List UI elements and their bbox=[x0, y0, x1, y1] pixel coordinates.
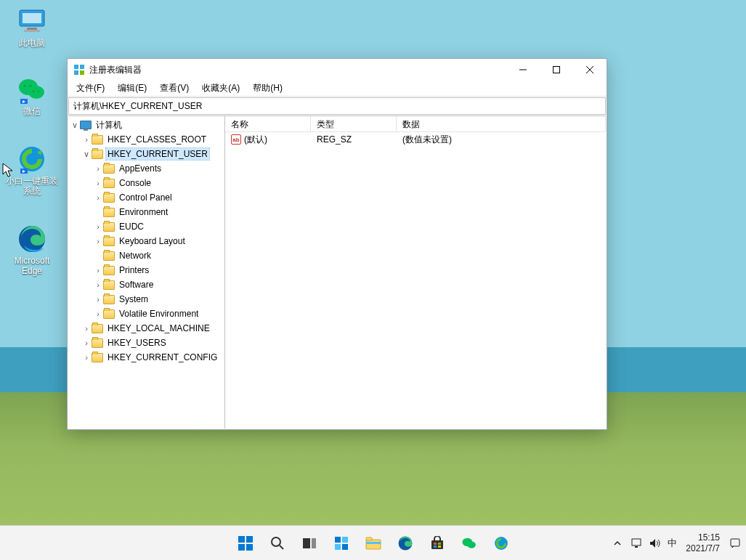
wechat-taskbar-button[interactable] bbox=[455, 529, 484, 558]
svg-line-27 bbox=[280, 545, 283, 549]
expander-icon[interactable]: › bbox=[93, 295, 103, 304]
tree-hkcu[interactable]: ∨HKEY_CURRENT_USER bbox=[68, 147, 224, 161]
menu-favorites[interactable]: 收藏夹(A) bbox=[196, 81, 246, 96]
minimize-button[interactable] bbox=[506, 59, 540, 81]
list-row[interactable]: ab(默认) REG_SZ (数值未设置) bbox=[225, 132, 606, 147]
desktop-icon-xiaobai[interactable]: 小白一键重装系统 bbox=[4, 144, 60, 197]
folder-icon bbox=[103, 264, 115, 276]
store-button[interactable] bbox=[423, 529, 452, 558]
menu-help[interactable]: 帮助(H) bbox=[247, 81, 288, 96]
tree-item[interactable]: ›Software bbox=[68, 277, 224, 292]
folder-icon bbox=[103, 308, 115, 320]
expander-icon[interactable]: ∨ bbox=[70, 121, 80, 130]
xiaobai-taskbar-button[interactable] bbox=[487, 529, 516, 558]
network-icon[interactable] bbox=[630, 537, 643, 550]
regedit-window: 注册表编辑器 文件(F) 编辑(E) 查看(V) 收藏夹(A) 帮助(H) 计算… bbox=[67, 58, 607, 430]
tree-label: Printers bbox=[118, 264, 150, 276]
xiaobai-icon bbox=[17, 144, 47, 174]
expander-icon[interactable]: › bbox=[81, 135, 92, 144]
svg-rect-19 bbox=[554, 67, 560, 73]
desktop-icon-edge[interactable]: Microsoft Edge bbox=[4, 224, 60, 277]
ime-indicator[interactable]: 中 bbox=[668, 537, 677, 550]
tree-item[interactable]: Environment bbox=[68, 205, 224, 219]
expander-icon[interactable]: ∨ bbox=[81, 150, 92, 159]
svg-rect-41 bbox=[434, 545, 437, 548]
value-type: REG_SZ bbox=[311, 134, 397, 145]
maximize-button[interactable] bbox=[540, 59, 573, 81]
svg-rect-3 bbox=[24, 30, 40, 32]
expander-icon[interactable]: › bbox=[93, 193, 103, 202]
menu-file[interactable]: 文件(F) bbox=[70, 81, 110, 96]
folder-icon bbox=[92, 322, 103, 334]
tree-hklm[interactable]: ›HKEY_LOCAL_MACHINE bbox=[68, 321, 224, 336]
tree-computer[interactable]: ∨计算机 bbox=[68, 118, 224, 132]
tree-label: EUDC bbox=[118, 221, 145, 232]
menu-edit[interactable]: 编辑(E) bbox=[112, 81, 153, 96]
svg-rect-14 bbox=[74, 65, 78, 69]
expander-icon[interactable]: › bbox=[81, 338, 92, 347]
menu-view[interactable]: 查看(V) bbox=[154, 81, 195, 96]
expander-icon[interactable]: › bbox=[93, 280, 103, 289]
expander-icon[interactable]: › bbox=[93, 266, 103, 275]
notifications-icon[interactable] bbox=[729, 537, 742, 550]
svg-rect-33 bbox=[342, 544, 348, 550]
expander-icon[interactable]: › bbox=[93, 309, 103, 318]
col-name[interactable]: 名称 bbox=[225, 116, 311, 131]
desktop-icon-wechat[interactable]: 微信 bbox=[4, 74, 60, 116]
svg-rect-34 bbox=[366, 540, 381, 549]
tree-item[interactable]: Network bbox=[68, 248, 224, 263]
close-button[interactable] bbox=[573, 59, 607, 81]
svg-rect-24 bbox=[238, 544, 245, 551]
folder-icon bbox=[103, 221, 115, 232]
tree-item[interactable]: ›EUDC bbox=[68, 219, 224, 234]
taskbar-center bbox=[231, 529, 516, 558]
tree-label: Network bbox=[118, 250, 153, 261]
col-type[interactable]: 类型 bbox=[311, 116, 397, 131]
expander-icon[interactable]: › bbox=[93, 222, 103, 231]
tree-hkcr[interactable]: ›HKEY_CLASSES_ROOT bbox=[68, 132, 224, 147]
svg-rect-31 bbox=[342, 537, 348, 543]
window-title: 注册表编辑器 bbox=[89, 64, 506, 76]
col-data[interactable]: 数据 bbox=[397, 116, 606, 131]
tree-pane[interactable]: ∨计算机›HKEY_CLASSES_ROOT∨HKEY_CURRENT_USER… bbox=[68, 116, 225, 429]
system-tray: 中 15:15 2021/7/7 bbox=[611, 526, 742, 560]
taskview-button[interactable] bbox=[295, 529, 324, 558]
expander-icon[interactable]: › bbox=[93, 164, 103, 173]
widgets-button[interactable] bbox=[327, 529, 356, 558]
folder-icon bbox=[103, 177, 115, 189]
tree-hkcc[interactable]: ›HKEY_CURRENT_CONFIG bbox=[68, 350, 224, 365]
pc-icon bbox=[17, 6, 47, 36]
folder-icon bbox=[103, 293, 115, 305]
search-button[interactable] bbox=[263, 529, 292, 558]
edge-taskbar-button[interactable] bbox=[391, 529, 420, 558]
tree-item[interactable]: ›Control Panel bbox=[68, 190, 224, 205]
clock[interactable]: 15:15 2021/7/7 bbox=[683, 532, 723, 553]
tree-hku[interactable]: ›HKEY_USERS bbox=[68, 336, 224, 350]
tree-item[interactable]: ›Keyboard Layout bbox=[68, 234, 224, 248]
tree-item[interactable]: ›AppEvents bbox=[68, 161, 224, 176]
tree-item[interactable]: ›System bbox=[68, 292, 224, 307]
title-bar[interactable]: 注册表编辑器 bbox=[68, 59, 607, 81]
svg-rect-48 bbox=[731, 539, 739, 546]
list-pane[interactable]: 名称 类型 数据 ab(默认) REG_SZ (数值未设置) bbox=[225, 116, 606, 429]
expander-icon[interactable]: › bbox=[93, 237, 103, 245]
tree-item[interactable]: ›Console bbox=[68, 176, 224, 190]
tree-item[interactable]: ›Printers bbox=[68, 263, 224, 277]
desktop[interactable]: 此电脑 微信 小白一键重装系统 Microsoft Edge 注册表编辑器 文件… bbox=[0, 0, 746, 560]
address-bar[interactable]: 计算机\HKEY_CURRENT_USER bbox=[68, 97, 606, 115]
svg-rect-25 bbox=[246, 544, 253, 551]
expander-icon[interactable]: › bbox=[81, 324, 92, 333]
expander-icon[interactable]: › bbox=[81, 353, 92, 362]
svg-rect-32 bbox=[335, 544, 341, 550]
explorer-button[interactable] bbox=[359, 529, 388, 558]
expander-icon[interactable]: › bbox=[93, 179, 103, 187]
tray-chevron-icon[interactable] bbox=[611, 537, 624, 550]
tree-label: HKEY_LOCAL_MACHINE bbox=[106, 322, 211, 334]
tree-item[interactable]: ›Volatile Environment bbox=[68, 307, 224, 321]
folder-icon bbox=[92, 337, 103, 349]
desktop-icon-this-pc[interactable]: 此电脑 bbox=[4, 6, 60, 48]
volume-icon[interactable] bbox=[649, 537, 662, 550]
svg-rect-17 bbox=[80, 70, 84, 75]
svg-rect-39 bbox=[434, 543, 437, 545]
start-button[interactable] bbox=[231, 529, 260, 558]
